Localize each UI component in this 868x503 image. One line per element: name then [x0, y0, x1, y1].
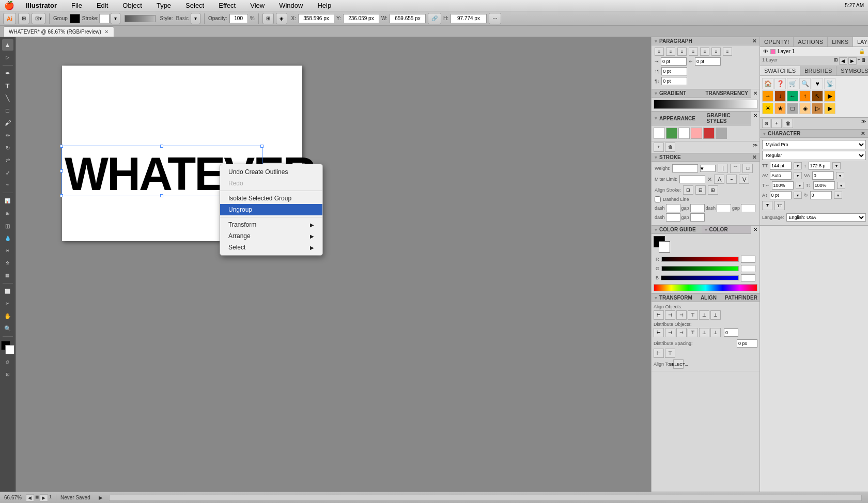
character-close[interactable]: ✕ — [861, 131, 865, 136]
weight-dropdown[interactable]: ▾ — [700, 165, 716, 172]
gradient-close[interactable]: ✕ — [751, 89, 760, 98]
hscale-dropdown[interactable]: ▾ — [796, 182, 804, 189]
swatch-heart[interactable]: ♥ — [812, 78, 823, 89]
caps-btn[interactable]: TT — [774, 201, 785, 210]
dash2[interactable] — [717, 204, 731, 212]
vscale-dropdown[interactable]: ▾ — [837, 182, 845, 189]
justify-left[interactable]: ≡ — [689, 48, 698, 56]
kerning-dropdown[interactable]: ▾ — [794, 172, 802, 179]
character-header[interactable]: ▾ CHARACTER ✕ — [760, 130, 868, 138]
swatches-more[interactable]: ≫ — [861, 119, 866, 128]
transparency-tab[interactable]: TRANSPARENCY — [700, 89, 751, 98]
more-btn[interactable]: ⋯ — [489, 13, 501, 24]
tab-swatches[interactable]: SWATCHES — [760, 66, 800, 75]
spacing-input[interactable] — [737, 339, 757, 348]
vscale-input[interactable] — [813, 181, 835, 190]
paragraph-header[interactable]: ▾ PARAGRAPH ✕ — [652, 37, 760, 45]
gap3[interactable] — [690, 213, 705, 222]
weight-input[interactable] — [672, 164, 698, 172]
swatch-search[interactable]: 🔍 — [799, 78, 811, 89]
hscale-input[interactable] — [772, 181, 794, 190]
eyedropper-tool[interactable]: 💧 — [2, 232, 13, 244]
swatch-star2[interactable]: ★ — [774, 103, 786, 114]
swatch-arrow-ul[interactable]: ↖ — [812, 90, 823, 102]
zoom-tool[interactable]: 🔍 — [2, 323, 13, 334]
cap-butt[interactable]: | — [718, 164, 728, 173]
tracking-input[interactable] — [812, 171, 834, 180]
artboard-tool[interactable]: ⬜ — [2, 286, 13, 297]
layer-eye[interactable]: 👁 — [763, 49, 768, 54]
align-v-center[interactable]: ⊥ — [699, 310, 709, 320]
scroll-bar[interactable] — [109, 495, 862, 501]
swatch-star[interactable]: ☀ — [762, 103, 773, 114]
ctx-ungroup[interactable]: Ungroup — [220, 204, 322, 215]
tab-actions[interactable]: ACTIONS — [794, 37, 828, 46]
tab-links[interactable]: LINKS — [828, 37, 853, 46]
space-before-input[interactable] — [661, 67, 687, 75]
align-h-center[interactable]: ⊣ — [665, 310, 675, 320]
size-dropdown[interactable]: ▾ — [794, 162, 802, 169]
dist-right[interactable]: ⊣ — [676, 328, 687, 337]
space-after-input[interactable] — [661, 77, 687, 85]
style-dropdown[interactable]: ▾ — [191, 13, 200, 24]
dist-vcenter[interactable]: ⊥ — [699, 328, 709, 337]
gs-swatch-5[interactable] — [703, 128, 715, 139]
scale-tool[interactable]: ⤢ — [2, 167, 13, 178]
menu-illustrator[interactable]: Illustrator — [23, 1, 60, 10]
swatch-play[interactable]: ▶ — [824, 103, 835, 114]
tab-close-btn[interactable]: ✕ — [104, 29, 109, 35]
stroke-dropdown[interactable]: ▾ — [111, 13, 120, 24]
pathfinder-tab[interactable]: PATHFINDER — [720, 294, 760, 302]
transform-tab[interactable]: ▾ TRANSFORM — [652, 294, 695, 302]
fill-color[interactable] — [70, 14, 80, 23]
g-slider[interactable] — [661, 266, 739, 271]
swatch-house[interactable]: 🏠 — [762, 78, 773, 89]
layer-lock[interactable]: 🔒 — [859, 49, 865, 54]
tab-layers[interactable]: LAYERS — [853, 37, 868, 46]
dist-value[interactable] — [724, 328, 738, 337]
apple-logo[interactable]: 🍎 — [4, 1, 14, 10]
r-input[interactable]: 0 — [741, 256, 755, 263]
color-tab[interactable]: ▾ COLOR — [702, 226, 752, 234]
left-indent-input[interactable] — [661, 57, 687, 66]
gs-swatch-3[interactable] — [678, 128, 690, 139]
gradient-tool[interactable]: ◫ — [2, 220, 13, 231]
stroke-center[interactable]: ⊡ — [683, 185, 693, 195]
menu-object[interactable]: Object — [119, 1, 145, 10]
menu-select[interactable]: Select — [182, 1, 207, 10]
tab-symbols[interactable]: SYMBOLS — [836, 66, 868, 75]
align-right-edge[interactable]: ⊣ — [676, 310, 687, 320]
line-tool[interactable]: ╲ — [2, 92, 13, 104]
pen-tool[interactable]: ✒ — [2, 68, 13, 79]
appearance-tab[interactable]: ▾ APPEARANCE — [652, 112, 702, 125]
join-miter[interactable]: ⋀ — [714, 175, 724, 184]
swatch-rss[interactable]: 📡 — [824, 78, 835, 89]
stroke-input[interactable] — [99, 14, 110, 23]
h-input[interactable] — [451, 14, 487, 23]
menu-type[interactable]: Type — [153, 1, 174, 10]
gap2[interactable] — [741, 204, 755, 212]
layers-nav-left[interactable]: ◀ — [839, 57, 847, 65]
next-page[interactable]: ▶ — [40, 494, 48, 501]
status-play-btn[interactable]: ▶ — [99, 495, 103, 500]
align-bottom-edge[interactable]: ⊥ — [710, 310, 721, 320]
swatch-new-btn[interactable]: + — [771, 119, 782, 128]
gradient-bar[interactable] — [654, 100, 757, 109]
swatch-arrow-u[interactable]: ↑ — [799, 90, 811, 102]
x-input[interactable] — [298, 14, 334, 23]
leading-dropdown[interactable]: ▾ — [832, 162, 841, 169]
stroke-header[interactable]: ▾ STROKE ✕ — [652, 153, 760, 162]
hand-tool[interactable]: ✋ — [2, 310, 13, 322]
dist-bottom[interactable]: ⊥ — [710, 328, 721, 337]
ctx-isolate[interactable]: Isolate Selected Group — [220, 193, 322, 204]
dashed-checkbox[interactable] — [655, 196, 661, 202]
mirror-tool[interactable]: ⇌ — [2, 154, 13, 166]
baseline-dropdown[interactable]: ▾ — [794, 192, 802, 199]
swatch-arrow-d[interactable]: ↓ — [774, 90, 786, 102]
view-btn[interactable]: ⊡▾ — [32, 13, 45, 24]
slice-tool[interactable]: ✂ — [2, 298, 13, 309]
leading-input[interactable] — [809, 162, 830, 170]
canvas-area[interactable]: WHATEVER Undo Create Outlines Redo — [16, 37, 651, 492]
selection-tool[interactable]: ▲ — [2, 39, 13, 51]
document-tab[interactable]: WHATEVER* @ 66.67% (RGB/Preview) ✕ — [3, 26, 114, 37]
